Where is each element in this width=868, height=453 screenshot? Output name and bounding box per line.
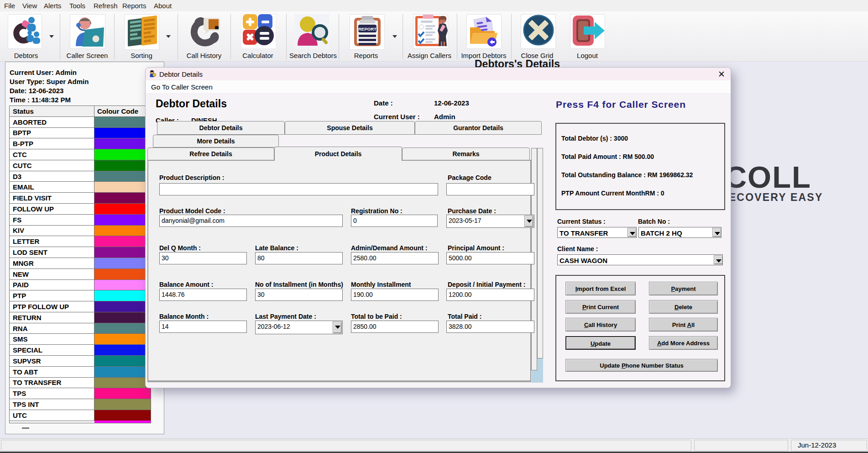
svg-text:REPORT: REPORT [358, 26, 376, 32]
